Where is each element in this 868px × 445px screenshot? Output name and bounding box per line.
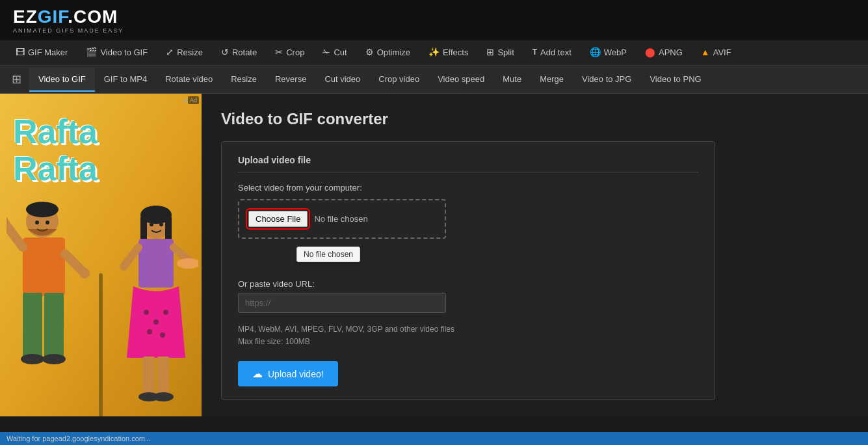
cut-icon: ✁ xyxy=(322,47,330,57)
nav-label-avif: AVIF xyxy=(713,47,731,57)
nav-item-resize[interactable]: ⤢ Resize xyxy=(157,40,212,65)
svg-point-21 xyxy=(144,310,149,315)
nav-label-apng: APNG xyxy=(659,47,683,57)
sub-nav: ⊞ Video to GIF GIF to MP4 Rotate video R… xyxy=(0,66,868,94)
url-input[interactable] xyxy=(238,293,446,313)
svg-rect-27 xyxy=(157,357,169,396)
svg-point-29 xyxy=(153,392,174,401)
nav-item-add-text[interactable]: T Add text xyxy=(523,41,581,65)
nav-label-video-to-gif: Video to GIF xyxy=(100,47,148,57)
file-input-wrapper: Choose File No file chosen xyxy=(238,199,446,239)
svg-point-10 xyxy=(26,202,59,217)
page-title: Video to GIF converter xyxy=(221,110,848,128)
video-to-gif-icon: 🎬 xyxy=(86,47,97,57)
nav-item-split[interactable]: ⊞ Split xyxy=(477,40,523,65)
svg-point-25 xyxy=(160,332,165,338)
ad-text: Rafta Rafta xyxy=(13,113,98,187)
formats-info: MP4, WebM, AVI, MPEG, FLV, MOV, 3GP and … xyxy=(238,323,698,348)
upload-btn-label: Upload video! xyxy=(268,369,324,379)
svg-point-22 xyxy=(153,319,159,325)
webp-icon: 🌐 xyxy=(590,47,601,57)
nav-item-effects[interactable]: ✨ Effects xyxy=(419,40,478,65)
sub-nav-item-video-to-png[interactable]: Video to PNG xyxy=(640,68,710,92)
effects-icon: ✨ xyxy=(428,47,440,57)
ad-close-btn[interactable]: ✕ xyxy=(182,96,189,105)
nav-item-gif-maker[interactable]: 🎞 GIF Maker xyxy=(7,40,77,65)
upload-box: Upload video file Select video from your… xyxy=(221,141,715,400)
svg-point-32 xyxy=(159,222,163,226)
nav-label-split: Split xyxy=(497,47,514,57)
sub-nav-item-video-speed[interactable]: Video speed xyxy=(428,68,493,92)
rotate-icon: ↺ xyxy=(221,47,229,57)
sub-nav-item-rotate-video[interactable]: Rotate video xyxy=(156,68,222,92)
resize-icon: ⤢ xyxy=(166,47,174,57)
svg-point-9 xyxy=(42,354,66,364)
ad-image: Rafta Rafta xyxy=(0,94,202,416)
content-area: Video to GIF converter Upload video file… xyxy=(202,94,868,416)
svg-point-5 xyxy=(79,268,90,278)
bottom-bar-text: Waiting for pagead2.googlesyndication.co… xyxy=(7,435,151,442)
sub-nav-item-merge[interactable]: Merge xyxy=(531,68,573,92)
svg-rect-26 xyxy=(143,357,155,396)
svg-line-2 xyxy=(7,221,23,247)
ad-figure-woman xyxy=(114,202,198,416)
select-from-computer-label: Select video from your computer: xyxy=(238,183,698,193)
nav-item-avif[interactable]: ▲ AVIF xyxy=(692,40,741,65)
svg-point-31 xyxy=(150,222,153,226)
choose-file-button[interactable]: Choose File xyxy=(248,211,308,227)
main-content: Ad ✕ Rafta Rafta xyxy=(0,94,868,416)
svg-point-12 xyxy=(46,221,49,224)
nav-item-optimize[interactable]: ⚙ Optimize xyxy=(356,40,419,65)
svg-point-24 xyxy=(147,329,152,334)
nav-item-crop[interactable]: ✂ Crop xyxy=(266,40,313,65)
nav-label-rotate: Rotate xyxy=(232,47,257,57)
nav-label-webp: WebP xyxy=(604,47,627,57)
svg-rect-17 xyxy=(138,239,174,288)
nav-item-webp[interactable]: 🌐 WebP xyxy=(581,40,636,65)
sub-nav-item-video-to-gif[interactable]: Video to GIF xyxy=(29,68,95,92)
no-file-tooltip: No file chosen xyxy=(296,247,360,262)
sub-nav-item-crop-video[interactable]: Crop video xyxy=(369,68,428,92)
nav-item-cut[interactable]: ✁ Cut xyxy=(313,40,356,65)
add-text-icon: T xyxy=(533,47,537,57)
sub-nav-item-gif-to-mp4[interactable]: GIF to MP4 xyxy=(95,68,156,92)
optimize-icon: ⚙ xyxy=(365,47,374,57)
svg-rect-6 xyxy=(23,293,42,358)
or-paste-url-label: Or paste video URL: xyxy=(238,279,698,289)
nav-bar: 🎞 GIF Maker 🎬 Video to GIF ⤢ Resize ↺ Ro… xyxy=(0,40,868,66)
svg-point-8 xyxy=(21,354,44,364)
svg-rect-7 xyxy=(44,293,64,358)
ad-figure-man xyxy=(7,195,91,416)
avif-icon: ▲ xyxy=(701,47,710,57)
gif-maker-icon: 🎞 xyxy=(16,47,25,57)
sub-nav-grid-icon[interactable]: ⊞ xyxy=(4,66,29,93)
sub-nav-item-resize[interactable]: Resize xyxy=(222,68,266,92)
svg-point-23 xyxy=(163,310,168,315)
nav-item-apng[interactable]: ⬤ APNG xyxy=(636,40,692,65)
sub-nav-item-mute[interactable]: Mute xyxy=(493,68,531,92)
bottom-bar: Waiting for pagead2.googlesyndication.co… xyxy=(0,432,868,445)
nav-label-crop: Crop xyxy=(286,47,304,57)
no-file-chosen-text: No file chosen xyxy=(314,214,367,224)
nav-item-video-to-gif[interactable]: 🎬 Video to GIF xyxy=(77,40,157,65)
upload-section-title: Upload video file xyxy=(238,155,698,172)
svg-point-11 xyxy=(35,221,39,224)
crop-icon: ✂ xyxy=(275,47,283,57)
svg-line-18 xyxy=(124,247,138,267)
nav-label-optimize: Optimize xyxy=(377,47,410,57)
logo: EZGIF.COM ANIMATED GIFS MADE EASY xyxy=(13,8,124,34)
nav-item-rotate[interactable]: ↺ Rotate xyxy=(212,40,266,65)
sub-nav-item-cut-video[interactable]: Cut video xyxy=(315,68,369,92)
sub-nav-item-video-to-jpg[interactable]: Video to JPG xyxy=(573,68,640,92)
apng-icon: ⬤ xyxy=(645,47,655,57)
ad-label: Ad xyxy=(188,96,199,104)
svg-rect-1 xyxy=(23,237,65,296)
nav-label-effects: Effects xyxy=(443,47,469,57)
upload-icon: ☁ xyxy=(252,368,263,380)
nav-label-cut: Cut xyxy=(334,47,347,57)
logo-main: EZGIF.COM xyxy=(13,8,124,26)
upload-video-button[interactable]: ☁ Upload video! xyxy=(238,361,338,386)
svg-point-30 xyxy=(177,258,198,269)
sub-nav-item-reverse[interactable]: Reverse xyxy=(266,68,315,92)
nav-label-resize: Resize xyxy=(177,47,203,57)
